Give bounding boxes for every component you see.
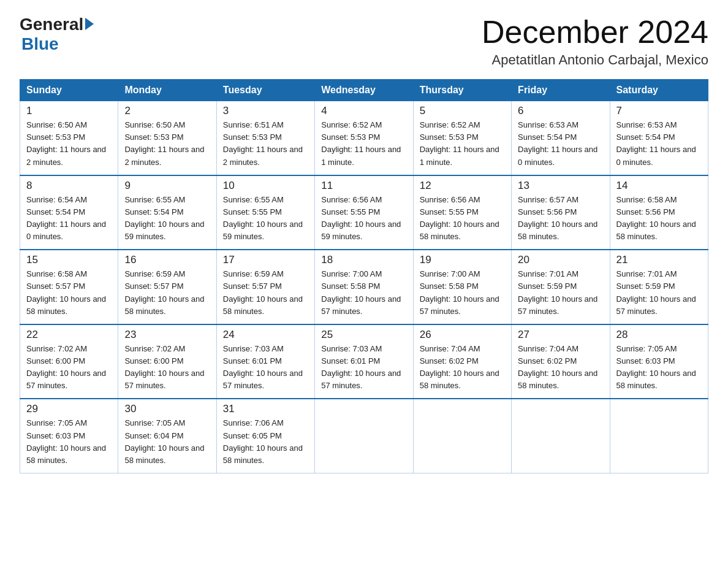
day-info: Sunrise: 7:05 AMSunset: 6:03 PMDaylight:… <box>616 343 702 393</box>
day-number: 18 <box>321 254 406 266</box>
calendar-cell: 20Sunrise: 7:01 AMSunset: 5:59 PMDayligh… <box>512 250 610 324</box>
day-info: Sunrise: 7:05 AMSunset: 6:03 PMDaylight:… <box>26 417 112 467</box>
col-header-saturday: Saturday <box>610 80 708 101</box>
day-info: Sunrise: 7:02 AMSunset: 6:00 PMDaylight:… <box>124 343 210 393</box>
calendar-cell: 13Sunrise: 6:57 AMSunset: 5:56 PMDayligh… <box>512 175 610 250</box>
day-info: Sunrise: 6:52 AMSunset: 5:53 PMDaylight:… <box>321 119 406 169</box>
day-number: 25 <box>321 329 406 341</box>
calendar-cell: 9Sunrise: 6:55 AMSunset: 5:54 PMDaylight… <box>118 175 216 250</box>
month-title: December 2024 <box>482 15 708 50</box>
calendar-table: SundayMondayTuesdayWednesdayThursdayFrid… <box>20 79 708 473</box>
day-number: 7 <box>616 105 702 117</box>
calendar-cell: 6Sunrise: 6:53 AMSunset: 5:54 PMDaylight… <box>512 101 610 175</box>
day-number: 10 <box>223 180 308 192</box>
calendar-cell: 11Sunrise: 6:56 AMSunset: 5:55 PMDayligh… <box>315 175 413 250</box>
calendar-cell: 1Sunrise: 6:50 AMSunset: 5:53 PMDaylight… <box>20 101 118 175</box>
calendar-cell: 22Sunrise: 7:02 AMSunset: 6:00 PMDayligh… <box>20 324 118 399</box>
calendar-cell: 27Sunrise: 7:04 AMSunset: 6:02 PMDayligh… <box>512 324 610 399</box>
day-info: Sunrise: 6:52 AMSunset: 5:53 PMDaylight:… <box>420 119 505 169</box>
day-number: 19 <box>420 254 505 266</box>
calendar-cell: 12Sunrise: 6:56 AMSunset: 5:55 PMDayligh… <box>413 175 511 250</box>
day-info: Sunrise: 7:01 AMSunset: 5:59 PMDaylight:… <box>616 268 702 318</box>
col-header-thursday: Thursday <box>413 80 511 101</box>
day-info: Sunrise: 6:51 AMSunset: 5:53 PMDaylight:… <box>223 119 308 169</box>
calendar-cell: 7Sunrise: 6:53 AMSunset: 5:54 PMDaylight… <box>610 101 708 175</box>
calendar-cell: 23Sunrise: 7:02 AMSunset: 6:00 PMDayligh… <box>118 324 216 399</box>
day-number: 26 <box>420 329 505 341</box>
day-info: Sunrise: 6:50 AMSunset: 5:53 PMDaylight:… <box>26 119 112 169</box>
day-info: Sunrise: 7:03 AMSunset: 6:01 PMDaylight:… <box>321 343 406 393</box>
calendar-cell: 28Sunrise: 7:05 AMSunset: 6:03 PMDayligh… <box>610 324 708 399</box>
day-info: Sunrise: 6:54 AMSunset: 5:54 PMDaylight:… <box>26 194 112 243</box>
calendar-cell: 18Sunrise: 7:00 AMSunset: 5:58 PMDayligh… <box>315 250 413 324</box>
day-info: Sunrise: 7:03 AMSunset: 6:01 PMDaylight:… <box>223 343 308 393</box>
calendar-cell: 16Sunrise: 6:59 AMSunset: 5:57 PMDayligh… <box>118 250 216 324</box>
calendar-cell: 17Sunrise: 6:59 AMSunset: 5:57 PMDayligh… <box>216 250 314 324</box>
day-info: Sunrise: 7:00 AMSunset: 5:58 PMDaylight:… <box>420 268 505 318</box>
calendar-cell <box>610 399 708 473</box>
day-info: Sunrise: 6:55 AMSunset: 5:54 PMDaylight:… <box>124 194 210 243</box>
day-info: Sunrise: 7:06 AMSunset: 6:05 PMDaylight:… <box>223 417 308 467</box>
day-info: Sunrise: 6:58 AMSunset: 5:57 PMDaylight:… <box>26 268 112 318</box>
day-number: 13 <box>518 180 603 192</box>
calendar-cell: 15Sunrise: 6:58 AMSunset: 5:57 PMDayligh… <box>20 250 118 324</box>
day-info: Sunrise: 6:50 AMSunset: 5:53 PMDaylight:… <box>124 119 210 169</box>
calendar-cell: 21Sunrise: 7:01 AMSunset: 5:59 PMDayligh… <box>610 250 708 324</box>
day-number: 14 <box>616 180 702 192</box>
day-number: 11 <box>321 180 406 192</box>
day-number: 4 <box>321 105 406 117</box>
location-title: Apetatitlan Antonio Carbajal, Mexico <box>482 52 708 68</box>
calendar-cell: 2Sunrise: 6:50 AMSunset: 5:53 PMDaylight… <box>118 101 216 175</box>
day-number: 23 <box>124 329 210 341</box>
day-number: 21 <box>616 254 702 266</box>
day-number: 6 <box>518 105 603 117</box>
calendar-cell: 30Sunrise: 7:05 AMSunset: 6:04 PMDayligh… <box>118 399 216 473</box>
day-info: Sunrise: 6:59 AMSunset: 5:57 PMDaylight:… <box>223 268 308 318</box>
calendar-cell: 31Sunrise: 7:06 AMSunset: 6:05 PMDayligh… <box>216 399 314 473</box>
day-info: Sunrise: 7:04 AMSunset: 6:02 PMDaylight:… <box>518 343 603 393</box>
logo-text-general: General <box>20 15 83 34</box>
day-number: 20 <box>518 254 603 266</box>
day-number: 22 <box>26 329 112 341</box>
day-info: Sunrise: 7:00 AMSunset: 5:58 PMDaylight:… <box>321 268 406 318</box>
day-number: 5 <box>420 105 505 117</box>
col-header-monday: Monday <box>118 80 216 101</box>
day-number: 16 <box>124 254 210 266</box>
day-number: 27 <box>518 329 603 341</box>
day-number: 1 <box>26 105 112 117</box>
col-header-wednesday: Wednesday <box>315 80 413 101</box>
day-info: Sunrise: 6:56 AMSunset: 5:55 PMDaylight:… <box>420 194 505 243</box>
title-block: December 2024 Apetatitlan Antonio Carbaj… <box>482 15 708 68</box>
calendar-cell <box>315 399 413 473</box>
calendar-cell: 29Sunrise: 7:05 AMSunset: 6:03 PMDayligh… <box>20 399 118 473</box>
day-number: 30 <box>124 403 210 415</box>
calendar-cell: 24Sunrise: 7:03 AMSunset: 6:01 PMDayligh… <box>216 324 314 399</box>
calendar-cell <box>413 399 511 473</box>
logo-arrow-icon <box>85 18 94 30</box>
calendar-cell: 10Sunrise: 6:55 AMSunset: 5:55 PMDayligh… <box>216 175 314 250</box>
day-number: 17 <box>223 254 308 266</box>
logo: General Blue <box>20 15 94 54</box>
day-info: Sunrise: 6:59 AMSunset: 5:57 PMDaylight:… <box>124 268 210 318</box>
day-number: 28 <box>616 329 702 341</box>
col-header-tuesday: Tuesday <box>216 80 314 101</box>
day-number: 29 <box>26 403 112 415</box>
logo-text-blue: Blue <box>21 34 59 54</box>
page-header: General Blue December 2024 Apetatitlan A… <box>20 15 708 68</box>
calendar-cell: 4Sunrise: 6:52 AMSunset: 5:53 PMDaylight… <box>315 101 413 175</box>
day-number: 15 <box>26 254 112 266</box>
day-number: 8 <box>26 180 112 192</box>
calendar-cell: 19Sunrise: 7:00 AMSunset: 5:58 PMDayligh… <box>413 250 511 324</box>
day-number: 2 <box>124 105 210 117</box>
day-number: 9 <box>124 180 210 192</box>
col-header-sunday: Sunday <box>20 80 118 101</box>
day-info: Sunrise: 6:53 AMSunset: 5:54 PMDaylight:… <box>616 119 702 169</box>
day-info: Sunrise: 7:05 AMSunset: 6:04 PMDaylight:… <box>124 417 210 467</box>
day-number: 31 <box>223 403 308 415</box>
day-info: Sunrise: 7:04 AMSunset: 6:02 PMDaylight:… <box>420 343 505 393</box>
day-info: Sunrise: 6:56 AMSunset: 5:55 PMDaylight:… <box>321 194 406 243</box>
day-info: Sunrise: 6:55 AMSunset: 5:55 PMDaylight:… <box>223 194 308 243</box>
day-info: Sunrise: 6:57 AMSunset: 5:56 PMDaylight:… <box>518 194 603 243</box>
calendar-cell: 26Sunrise: 7:04 AMSunset: 6:02 PMDayligh… <box>413 324 511 399</box>
day-info: Sunrise: 7:01 AMSunset: 5:59 PMDaylight:… <box>518 268 603 318</box>
